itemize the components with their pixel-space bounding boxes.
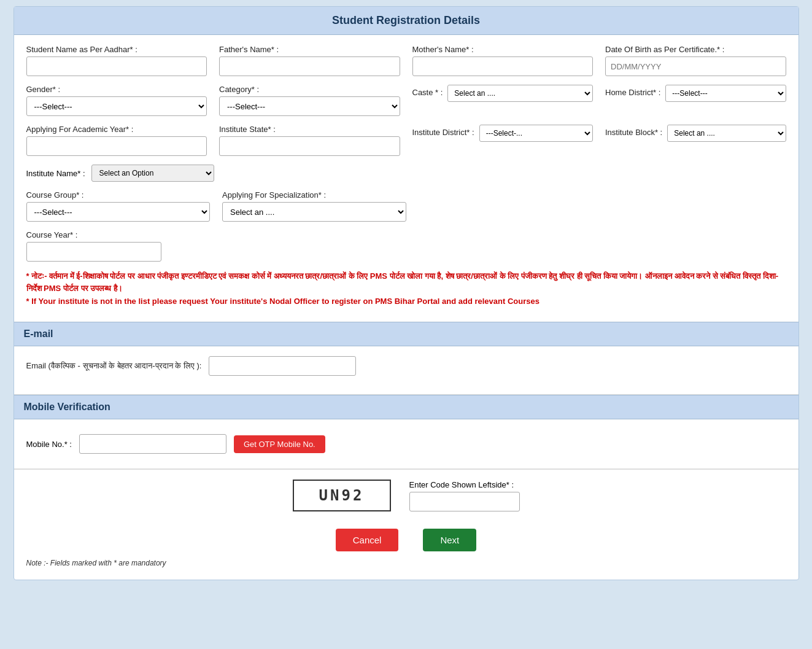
dob-input[interactable] bbox=[605, 56, 786, 76]
mobile-row: Mobile No.* : Get OTP Mobile No. bbox=[26, 429, 786, 459]
captcha-row: UN92 Enter Code Shown Leftside* : bbox=[14, 470, 798, 521]
course-row: Course Group* : ---Select--- Applying Fo… bbox=[26, 190, 786, 222]
course-year-input[interactable] bbox=[26, 242, 161, 262]
mother-name-group: Mother's Name* : bbox=[412, 45, 594, 76]
father-name-input[interactable] bbox=[219, 56, 400, 76]
institute-block-select[interactable]: Select an .... bbox=[667, 125, 786, 142]
email-header-text: E-mail bbox=[24, 328, 53, 339]
row-3: Applying For Academic Year* : Institute … bbox=[26, 125, 786, 156]
email-field-group: Email (वैकल्पिक - सूचनाओं के बेहतर आदान-… bbox=[26, 356, 357, 376]
institute-block-group: Institute Block* : Select an .... bbox=[605, 125, 786, 142]
email-row: Email (वैकल्पिक - सूचनाओं के बेहतर आदान-… bbox=[26, 356, 786, 376]
institute-state-label: Institute State* : bbox=[219, 125, 400, 134]
course-year-group: Course Year* : bbox=[26, 230, 161, 262]
gender-label: Gender* : bbox=[26, 85, 207, 94]
captcha-entry-group: Enter Code Shown Leftside* : bbox=[409, 480, 520, 511]
get-otp-button[interactable]: Get OTP Mobile No. bbox=[234, 435, 325, 453]
mother-name-label: Mother's Name* : bbox=[412, 45, 594, 54]
footer-note: Note :- Fields marked with * are mandato… bbox=[14, 554, 798, 567]
course-group-group: Course Group* : ---Select--- bbox=[26, 190, 211, 222]
captcha-image: UN92 bbox=[293, 480, 391, 511]
course-year-label: Course Year* : bbox=[26, 230, 161, 239]
caste-select[interactable]: Select an .... bbox=[447, 85, 593, 102]
institute-district-group: Institute District* : ---Select-... bbox=[412, 125, 594, 142]
home-district-label: Home District* : bbox=[605, 88, 660, 97]
academic-year-input[interactable] bbox=[26, 136, 207, 156]
student-name-input[interactable] bbox=[26, 56, 207, 76]
action-row: Cancel Next bbox=[14, 521, 798, 554]
row-1: Student Name as Per Aadhar* : Father's N… bbox=[26, 45, 786, 76]
email-label: Email (वैकल्पिक - सूचनाओं के बेहतर आदान-… bbox=[26, 360, 202, 371]
dob-group: Date Of Birth as Per Certificate.* : bbox=[605, 45, 786, 76]
home-district-group: Home District* : ---Select--- bbox=[605, 85, 786, 102]
captcha-label: Enter Code Shown Leftside* : bbox=[409, 480, 520, 489]
institute-name-label: Institute Name* : bbox=[26, 169, 85, 178]
father-name-group: Father's Name* : bbox=[219, 45, 400, 76]
specialization-label: Applying For Specialization* : bbox=[222, 190, 406, 200]
cancel-button[interactable]: Cancel bbox=[336, 529, 399, 551]
email-input[interactable] bbox=[209, 356, 356, 376]
specialization-select[interactable]: Select an .... bbox=[222, 202, 406, 222]
email-section-header: E-mail bbox=[14, 322, 798, 346]
gender-group: Gender* : ---Select--- bbox=[26, 85, 207, 116]
dob-label: Date Of Birth as Per Certificate.* : bbox=[605, 45, 786, 54]
caste-label: Caste * : bbox=[412, 88, 443, 97]
next-button[interactable]: Next bbox=[423, 529, 476, 551]
email-section-body: Email (वैकल्पिक - सूचनाओं के बेहतर आदान-… bbox=[14, 346, 798, 395]
student-name-group: Student Name as Per Aadhar* : bbox=[26, 45, 207, 76]
gender-select[interactable]: ---Select--- bbox=[26, 96, 207, 116]
mobile-label: Mobile No.* : bbox=[26, 440, 72, 449]
course-year-row: Course Year* : bbox=[26, 230, 786, 262]
academic-year-label: Applying For Academic Year* : bbox=[26, 125, 207, 134]
main-container: Student Registration Details Student Nam… bbox=[14, 6, 799, 580]
institute-state-group: Institute State* : BIHAR bbox=[219, 125, 400, 156]
row-2: Gender* : ---Select--- Category* : ---Se… bbox=[26, 85, 786, 116]
captcha-input[interactable] bbox=[409, 492, 520, 511]
category-group: Category* : ---Select--- bbox=[219, 85, 400, 116]
category-select[interactable]: ---Select--- bbox=[219, 96, 400, 116]
mobile-input[interactable] bbox=[79, 434, 226, 454]
mother-name-input[interactable] bbox=[412, 56, 594, 76]
institute-block-label: Institute Block* : bbox=[605, 128, 662, 137]
page-title: Student Registration Details bbox=[332, 14, 480, 26]
academic-year-group: Applying For Academic Year* : bbox=[26, 125, 207, 156]
institute-name-row: Institute Name* : Select an Option bbox=[26, 165, 786, 182]
mobile-section-body: Mobile No.* : Get OTP Mobile No. bbox=[14, 419, 798, 469]
mobile-header-text: Mobile Verification bbox=[24, 402, 110, 412]
father-name-label: Father's Name* : bbox=[219, 45, 400, 54]
specialization-group: Applying For Specialization* : Select an… bbox=[222, 190, 406, 222]
institute-district-select[interactable]: ---Select-... bbox=[479, 125, 593, 142]
institute-state-input[interactable]: BIHAR bbox=[219, 136, 400, 156]
home-district-select[interactable]: ---Select--- bbox=[665, 85, 786, 102]
course-group-select[interactable]: ---Select--- bbox=[26, 202, 211, 222]
form-body: Student Name as Per Aadhar* : Father's N… bbox=[14, 35, 798, 322]
hindi-notice: * नोटः- वर्तमान में ई-शिक्षाकोष पोर्टल प… bbox=[26, 270, 786, 294]
institute-district-label: Institute District* : bbox=[412, 128, 474, 137]
course-group-label: Course Group* : bbox=[26, 190, 211, 200]
section-header: Student Registration Details bbox=[14, 7, 798, 35]
institute-name-select[interactable]: Select an Option bbox=[91, 165, 214, 182]
caste-group: Caste * : Select an .... bbox=[412, 85, 594, 102]
category-label: Category* : bbox=[219, 85, 400, 94]
student-name-label: Student Name as Per Aadhar* : bbox=[26, 45, 207, 54]
mobile-section-header: Mobile Verification bbox=[14, 395, 798, 419]
english-notice: * If Your institute is not in the list p… bbox=[26, 297, 786, 306]
